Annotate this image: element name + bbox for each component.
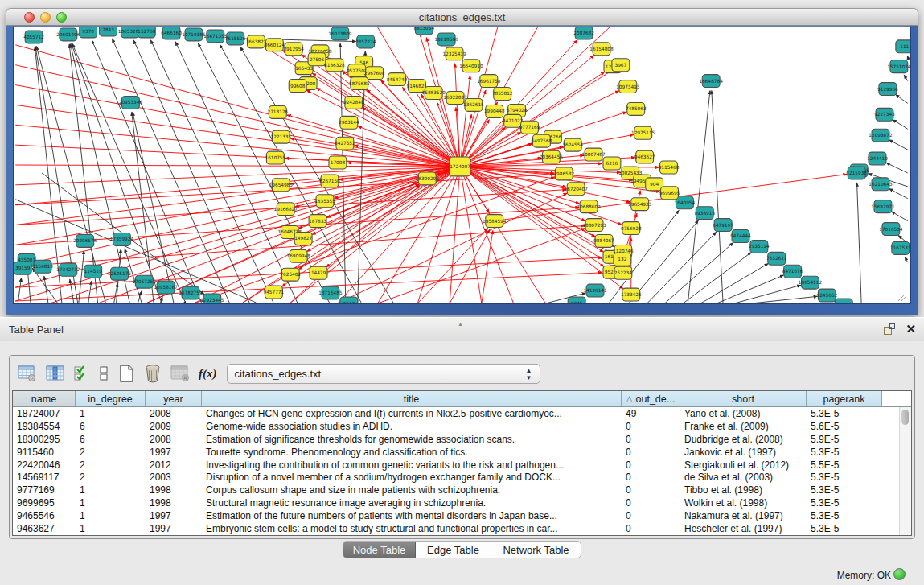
graph-node-label: 9642 (343, 301, 355, 304)
column-header-short[interactable]: short (680, 391, 807, 406)
graph-edge[interactable] (665, 242, 734, 303)
graph-edge[interactable] (340, 43, 346, 303)
select-rows-icon[interactable] (74, 365, 90, 382)
graph-edge[interactable] (72, 43, 162, 303)
table-settings-icon[interactable] (18, 365, 37, 382)
table-row[interactable]: 2242004622012Investigating the contribut… (13, 459, 911, 472)
column-header-in_degree[interactable]: in_degree (76, 391, 146, 406)
cell-in_degree: 1 (76, 510, 146, 521)
graph-edge[interactable] (338, 193, 568, 303)
table-row[interactable]: 977716911998Corpus callosum shape and si… (13, 484, 911, 496)
table-row[interactable]: 969969511998Structural magnetic resonanc… (13, 496, 911, 509)
graph-edge[interactable] (893, 120, 908, 130)
graph-edge[interactable] (647, 232, 717, 303)
graph-edge[interactable] (72, 43, 186, 303)
graph-edge[interactable] (306, 90, 460, 167)
graph-edge[interactable] (768, 303, 835, 304)
graph-edge[interactable] (896, 95, 908, 104)
graph-node-label: 20691406 (56, 32, 80, 37)
cell-short: Hescheler et al. (1997) (680, 523, 807, 534)
graph-edge[interactable] (88, 281, 92, 303)
graph-edge[interactable] (92, 40, 202, 303)
graph-node-label: 9129966 (877, 87, 898, 92)
graph-edge[interactable] (15, 167, 460, 205)
cell-short: Wolkin et al. (1998) (680, 497, 807, 509)
graph-node-label: 1167533 (890, 245, 911, 250)
splitter-grip-icon[interactable]: ▲ (458, 321, 463, 327)
graph-node-label: 12325419 (442, 51, 466, 56)
table-body: 1872400712008Changes of HCN gene express… (13, 407, 911, 535)
graph-edge[interactable] (358, 126, 460, 167)
cell-name: 19384554 (13, 421, 76, 432)
tab-node-table[interactable]: Node Table (343, 542, 416, 558)
column-header-name[interactable]: name (13, 391, 76, 406)
table-select-dropdown[interactable]: citations_edges.txt ▲▼ (227, 364, 540, 384)
graph-edge[interactable] (378, 229, 585, 303)
graph-edge[interactable] (886, 163, 908, 173)
table-toolbar: f(x) citations_edges.txt ▲▼ (10, 356, 914, 391)
cell-short: Jankovic et al. (1997) (680, 447, 807, 458)
graph-edge[interactable] (70, 279, 74, 303)
graph-edge[interactable] (891, 212, 908, 221)
zoom-window-icon[interactable] (56, 12, 67, 23)
scrollbar-thumb[interactable] (901, 410, 909, 425)
cell-year: 1997 (146, 523, 202, 534)
float-panel-icon[interactable] (884, 323, 896, 335)
graph-edge[interactable] (417, 228, 487, 303)
select-column-icon[interactable] (46, 365, 65, 382)
column-header-year[interactable]: year (146, 391, 202, 406)
network-canvas[interactable]: 4055712206914069378284310653287152760646… (13, 26, 911, 304)
cell-short: Tibbo et al. (1998) (680, 484, 807, 496)
table-row[interactable]: 1456911722003Disruption of a novel membe… (13, 471, 911, 484)
delete-table-icon[interactable] (144, 364, 162, 383)
graph-edge[interactable] (700, 263, 768, 303)
graph-edge[interactable] (712, 91, 723, 303)
table-row[interactable]: 946362711997Embryonic stem cells: a mode… (13, 522, 911, 535)
graph-edge[interactable] (146, 183, 418, 303)
close-panel-icon[interactable]: ✕ (906, 323, 916, 335)
cell-year: 2009 (146, 421, 202, 432)
table-row[interactable]: 946554611997Estimation of the future num… (13, 509, 911, 522)
graph-edge[interactable] (751, 296, 818, 303)
table-row[interactable]: 911546021997Tourette syndrome. Phenomeno… (13, 446, 911, 459)
function-icon[interactable]: f(x) (199, 367, 217, 381)
graph-edge[interactable] (734, 285, 801, 303)
table-row[interactable]: 1938455462009Genome-wide association stu… (13, 420, 911, 433)
cell-name: 9699695 (13, 497, 76, 509)
tab-edge-table[interactable]: Edge Table (416, 542, 491, 558)
graph-edge[interactable] (889, 188, 908, 198)
tab-network-table[interactable]: Network Table (491, 542, 581, 558)
memory-status-icon[interactable] (893, 568, 906, 580)
stacked-boxes-icon[interactable] (99, 365, 109, 382)
graph-edge[interactable] (460, 167, 545, 303)
cell-pagerank: 5.5E-5 (807, 459, 882, 471)
table-panel-title: Table Panel (9, 323, 64, 336)
graph-edge[interactable] (460, 167, 482, 303)
table-row[interactable]: 1872400712008Changes of HCN gene express… (13, 407, 911, 420)
column-header-out_de[interactable]: △out_de... (622, 391, 680, 406)
graph-edge[interactable] (15, 165, 460, 167)
cell-in_degree: 1 (76, 408, 146, 419)
minimize-window-icon[interactable] (40, 12, 51, 23)
graph-edge[interactable] (450, 229, 490, 303)
graph-edge[interactable] (79, 250, 84, 303)
graph-edge[interactable] (905, 257, 908, 262)
graph-node-label: 7625402 (280, 272, 301, 277)
close-window-icon[interactable] (24, 12, 35, 23)
table-row[interactable]: 1830029562008Estimation of significance … (13, 433, 911, 446)
graph-edge[interactable] (203, 303, 206, 304)
graph-edge[interactable] (133, 112, 174, 303)
new-table-icon[interactable] (117, 364, 135, 383)
graph-edge[interactable] (15, 273, 602, 301)
column-header-pagerank[interactable]: pagerank (807, 391, 882, 406)
column-header-title[interactable]: title (202, 391, 622, 406)
graph-edge[interactable] (889, 140, 908, 150)
graph-edge[interactable] (904, 75, 908, 81)
graph-edge[interactable] (857, 183, 862, 303)
graph-node-label: 8454749 (387, 77, 408, 82)
table-vertical-scrollbar[interactable] (899, 407, 911, 535)
window-titlebar[interactable]: citations_edges.txt (6, 8, 918, 26)
graph-edge[interactable] (133, 40, 249, 303)
graph-edge[interactable] (194, 177, 555, 303)
graph-edge[interactable] (15, 105, 460, 167)
